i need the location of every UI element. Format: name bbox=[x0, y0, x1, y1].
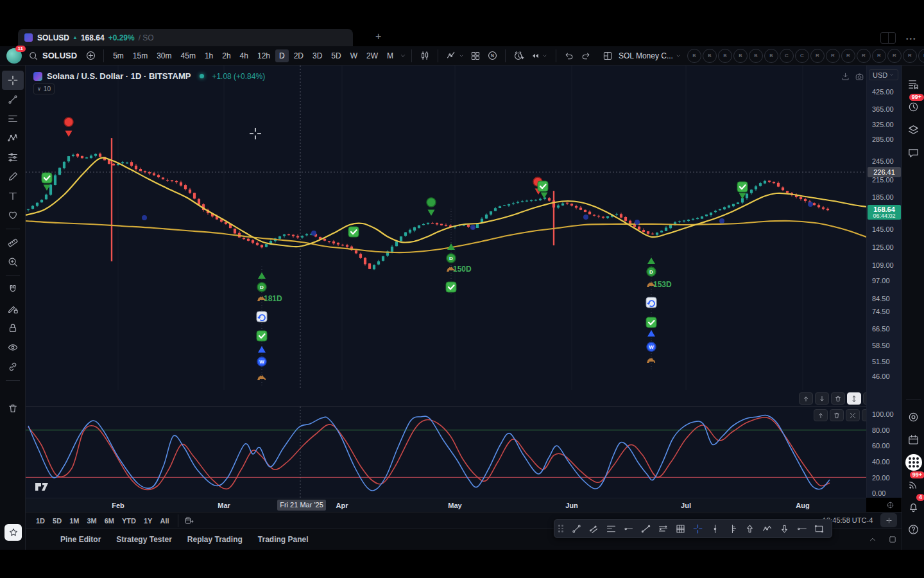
time-axis[interactable]: FebMarAprMayJunJulAugFri 21 Mar '25 bbox=[26, 498, 866, 512]
price-chart[interactable]: D181DWD150DD153DW bbox=[26, 66, 866, 390]
timeframe-2h[interactable]: 2h bbox=[218, 49, 234, 62]
goto-date-button[interactable] bbox=[184, 516, 194, 525]
script-badge-r[interactable]: R bbox=[887, 49, 902, 63]
pane1-remove-drawings[interactable] bbox=[831, 392, 845, 405]
tab-strategy-tester[interactable]: Strategy Tester bbox=[116, 535, 171, 544]
stochastic-pane[interactable] bbox=[26, 390, 866, 498]
range-1m[interactable]: 1M bbox=[65, 515, 83, 527]
timeframe-2D[interactable]: 2D bbox=[290, 49, 307, 62]
panel-apps-grid[interactable] bbox=[902, 451, 924, 473]
tool-magnet[interactable] bbox=[2, 280, 24, 299]
indicators-button[interactable] bbox=[443, 48, 467, 64]
pane2-collapse[interactable] bbox=[846, 409, 860, 421]
float-tool-rectangle[interactable] bbox=[810, 521, 828, 536]
timeframe-1h[interactable]: 1h bbox=[201, 49, 217, 62]
script-badge-r[interactable]: R bbox=[918, 49, 924, 63]
window-split-icon[interactable] bbox=[880, 32, 896, 44]
timeframe-30m[interactable]: 30m bbox=[153, 49, 175, 62]
tool-lock-all[interactable] bbox=[2, 319, 24, 338]
script-badge-b[interactable]: B bbox=[687, 49, 701, 63]
window-menu-icon[interactable]: ••• bbox=[906, 35, 917, 42]
panel-collapse-caret[interactable] bbox=[868, 535, 877, 544]
timeframe-12h[interactable]: 12h bbox=[253, 49, 274, 62]
script-badge-r[interactable]: R bbox=[903, 49, 917, 63]
script-badge-b[interactable]: B bbox=[718, 49, 732, 63]
undo-button[interactable] bbox=[561, 48, 578, 64]
float-tool-trend-line-2[interactable] bbox=[637, 521, 654, 536]
panel-calendar[interactable] bbox=[902, 428, 924, 451]
tool-text[interactable] bbox=[2, 186, 24, 206]
panel-watchlist[interactable] bbox=[902, 72, 924, 95]
panel-alerts-clock[interactable]: 99+ bbox=[902, 95, 924, 118]
script-badge-b[interactable]: B bbox=[703, 49, 717, 63]
tool-crosshair[interactable] bbox=[2, 71, 24, 90]
panel-notifications-bell[interactable]: 4 bbox=[902, 496, 924, 518]
panel-objects-tree[interactable] bbox=[902, 118, 924, 141]
pane1-arrow-down-sm[interactable] bbox=[815, 392, 829, 405]
timeframe-M[interactable]: M bbox=[383, 49, 397, 62]
float-tool-volume-profile[interactable] bbox=[724, 521, 741, 536]
tool-zoom-in[interactable] bbox=[2, 252, 24, 272]
download-tray-button[interactable] bbox=[838, 71, 852, 82]
toolbar-drag-handle[interactable] bbox=[558, 525, 563, 532]
float-tool-arrow-up[interactable] bbox=[741, 521, 758, 536]
browser-tab[interactable]: SOLUSD ▲ 168.64 +0.29% / SO bbox=[18, 29, 353, 46]
script-badge-r[interactable]: R bbox=[826, 49, 840, 63]
timeframe-15m[interactable]: 15m bbox=[129, 49, 151, 62]
float-tool-crosshair-blue[interactable] bbox=[689, 521, 706, 536]
timeframe-menu-arrow[interactable] bbox=[399, 52, 407, 60]
tool-position-sliders[interactable] bbox=[2, 148, 24, 167]
script-badge-b[interactable]: B bbox=[733, 49, 748, 63]
redo-button[interactable] bbox=[578, 48, 594, 64]
float-tool-trend-line[interactable] bbox=[568, 521, 585, 536]
pane-settings-gear[interactable] bbox=[886, 501, 894, 509]
range-3m[interactable]: 3M bbox=[83, 515, 100, 527]
panel-maximize-square[interactable] bbox=[888, 535, 897, 544]
symbol-search[interactable]: SOLUSD bbox=[28, 51, 77, 61]
user-avatar[interactable]: 11 bbox=[6, 48, 22, 64]
range-6m[interactable]: 6M bbox=[101, 515, 118, 527]
alert-button[interactable] bbox=[510, 48, 527, 64]
float-tool-ray[interactable] bbox=[793, 521, 810, 536]
panel-chat[interactable] bbox=[902, 141, 924, 164]
axis-adjust-button[interactable] bbox=[880, 513, 897, 527]
tool-hide-all[interactable] bbox=[2, 338, 24, 357]
layout-name[interactable]: SOL Money C... bbox=[619, 51, 681, 60]
timeframe-3D[interactable]: 3D bbox=[309, 49, 326, 62]
compare-button[interactable] bbox=[82, 48, 99, 64]
timeframe-2W[interactable]: 2W bbox=[363, 49, 382, 62]
favorites-star-button[interactable] bbox=[4, 524, 22, 541]
custom-n-button[interactable]: N bbox=[484, 48, 501, 64]
price-axis[interactable]: USD425.00365.00325.00285.00245.00215.001… bbox=[866, 66, 902, 498]
range-all[interactable]: All bbox=[156, 515, 173, 527]
pane2-remove-drawings[interactable] bbox=[830, 409, 844, 421]
layout-select-button[interactable] bbox=[599, 48, 616, 64]
script-badge-b[interactable]: B bbox=[764, 49, 778, 63]
tool-drawing-edit-lock[interactable] bbox=[2, 299, 24, 319]
script-badge-c[interactable]: C bbox=[780, 49, 794, 63]
range-5d[interactable]: 5D bbox=[49, 515, 65, 527]
pane1-arrow-up-sm[interactable] bbox=[799, 392, 813, 405]
tab-trading-panel[interactable]: Trading Panel bbox=[258, 535, 309, 544]
float-tool-grid-box[interactable] bbox=[672, 521, 689, 536]
tool-link-drawings[interactable] bbox=[2, 357, 24, 376]
float-tool-parallel-channel[interactable] bbox=[585, 521, 603, 536]
script-badge-r[interactable]: R bbox=[857, 49, 871, 63]
float-tool-multi-line[interactable] bbox=[654, 521, 672, 536]
script-badge-r[interactable]: R bbox=[841, 49, 855, 63]
script-badge-r[interactable]: R bbox=[810, 49, 825, 63]
float-tool-vertical-line[interactable] bbox=[706, 521, 724, 536]
panel-broadcast[interactable]: 99+ bbox=[902, 473, 924, 496]
replay-button[interactable] bbox=[527, 48, 551, 64]
tool-emoji-heart[interactable] bbox=[2, 206, 24, 225]
timeframe-5m[interactable]: 5m bbox=[109, 49, 128, 62]
currency-selector[interactable]: USD bbox=[869, 69, 898, 80]
timeframe-W[interactable]: W bbox=[346, 49, 361, 62]
indicator-templates-button[interactable] bbox=[467, 48, 484, 64]
floating-drawing-toolbar[interactable] bbox=[554, 519, 832, 538]
range-1y[interactable]: 1Y bbox=[140, 515, 156, 527]
float-tool-zigzag[interactable] bbox=[758, 521, 776, 536]
float-tool-horizontal-ray[interactable] bbox=[620, 521, 637, 536]
range-ytd[interactable]: YTD bbox=[118, 515, 140, 527]
timeframe-4h[interactable]: 4h bbox=[236, 49, 252, 62]
